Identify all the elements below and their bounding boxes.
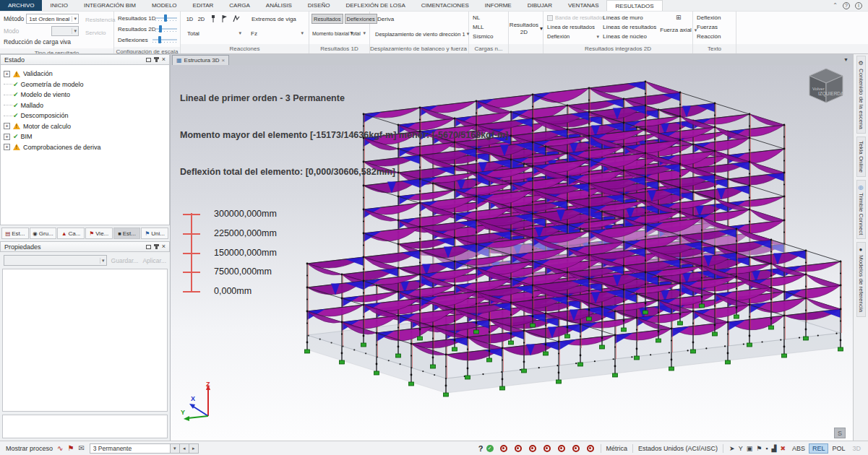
reacciones-deform-icon[interactable]	[231, 14, 241, 24]
expander-icon[interactable]	[4, 134, 10, 140]
units-label[interactable]: Métrica	[604, 445, 630, 452]
menu-tab-analisis[interactable]: ANÁLISIS	[258, 0, 300, 11]
momento-biaxial-select[interactable]: Momento biaxial▾	[311, 28, 348, 38]
menu-tab-carga[interactable]: CARGA	[221, 0, 257, 11]
fuerza-axial-select[interactable]: Fuerza axial▾	[660, 25, 697, 35]
menu-tab-cimentaciones[interactable]: CIMENTACIONES	[413, 0, 477, 11]
menu-tab-dibujar[interactable]: DIBUJAR	[520, 0, 560, 11]
res1d-total-select[interactable]: Total▾	[349, 28, 368, 38]
texto-fuerzas-item[interactable]: Fuerzas	[697, 22, 733, 32]
point-tool-icon[interactable]: ▪	[765, 445, 768, 452]
next-loadcase-button[interactable]: ▸	[189, 443, 199, 454]
vtab-contenido-escena[interactable]: ⚙Contenido de la escena	[856, 56, 866, 134]
menu-tab-editar[interactable]: EDITAR	[185, 0, 222, 11]
menu-tab-diseno[interactable]: DISEÑO	[300, 0, 338, 11]
mll-button[interactable]: MLL	[473, 22, 505, 32]
tree-item-descomposicion[interactable]: ✔Descomposición	[4, 110, 166, 121]
menu-tab-ventanas[interactable]: VENTANAS	[560, 0, 607, 11]
window-tool-icon[interactable]: ▣	[747, 445, 753, 452]
message-icon[interactable]: ✉	[78, 444, 84, 452]
combo-dropdown-icon[interactable]: ▾	[171, 443, 180, 454]
status-error-icon[interactable]	[529, 445, 536, 452]
tab-estado[interactable]: ■Est...	[113, 228, 141, 239]
restore-panel-icon[interactable]	[146, 58, 151, 62]
reacciones-total-select[interactable]: Total▾	[184, 28, 244, 38]
texto-reaccion-item[interactable]: Reacción	[697, 32, 733, 41]
process-chart-icon[interactable]: ∿	[57, 444, 63, 452]
collapse-ribbon-icon[interactable]: ⌃	[833, 2, 838, 9]
escala-deflexiones-slider[interactable]	[152, 35, 177, 44]
abs-mode-button[interactable]: ABS	[788, 443, 809, 454]
tree-item-mallado[interactable]: ✔Mallado	[4, 100, 166, 111]
building-tool-icon[interactable]: ▟	[771, 445, 776, 452]
status-error-icon[interactable]	[543, 445, 551, 452]
info-icon[interactable]: i	[855, 2, 862, 9]
nl-button[interactable]: NL	[473, 13, 505, 22]
deriva-button[interactable]: Deriva	[374, 14, 398, 24]
reduccion-carga-viva-label[interactable]: Reducción de carga viva	[4, 38, 71, 46]
vtab-tekla-online[interactable]: Tekla Online	[856, 136, 866, 177]
tab-estructura[interactable]: ▤Est...	[1, 228, 29, 239]
extremos-de-viga-button[interactable]: Extremos de viga	[248, 14, 300, 24]
status-error-icon[interactable]	[587, 445, 594, 452]
prev-loadcase-button[interactable]: ◂	[180, 443, 189, 454]
tree-item-geometria[interactable]: ✔Geometría de modelo	[4, 79, 166, 90]
tab-vientos[interactable]: ⚑Vie...	[85, 228, 113, 239]
select-tool-icon[interactable]: ➤	[729, 445, 735, 452]
menu-tab-informe[interactable]: INFORME	[477, 0, 520, 11]
status-error-icon[interactable]	[558, 445, 565, 452]
tree-item-validacion[interactable]: Validación	[4, 69, 166, 79]
reacciones-2d-icon[interactable]: 2D	[196, 14, 207, 24]
resultados-toggle[interactable]: Resultados	[311, 14, 343, 24]
process-flag-icon[interactable]: ⚑	[67, 444, 74, 452]
pin-panel-icon[interactable]	[155, 57, 158, 62]
tree-item-bim[interactable]: ✔BIM	[4, 131, 166, 142]
tab-estructura-3d[interactable]: ▦ Estructura 3D ×	[172, 55, 229, 65]
reacciones-1d-icon[interactable]: 1D	[184, 14, 195, 24]
menu-tab-deflexion-losa[interactable]: DEFLEXIÓN DE LOSA	[338, 0, 413, 11]
node-tool-icon[interactable]: Y	[739, 445, 743, 452]
deflexion-select[interactable]: Deflexión▾	[547, 32, 599, 41]
menu-tab-integracion-bim[interactable]: INTEGRACIÓN BIM	[76, 0, 144, 11]
loadcase-combo[interactable]: 3 Permanente ▾ ◂ ▸	[90, 443, 199, 454]
menu-tab-resultados[interactable]: RESULTADOS	[606, 0, 662, 11]
design-code-label[interactable]: Estados Unidos (ACI/AISC)	[636, 445, 720, 452]
status-error-icon[interactable]	[572, 445, 580, 452]
pin-panel-icon[interactable]	[155, 244, 158, 249]
reacciones-pin-icon[interactable]	[207, 14, 218, 24]
lineas-nucleo-item[interactable]: Líneas de núcleo	[603, 32, 656, 41]
tab-cargas[interactable]: ▲Ca...	[57, 228, 85, 239]
close-panel-icon[interactable]: ×	[162, 244, 166, 249]
viewport-canvas[interactable]: Lineal de primer orden - 3 Permanente Mo…	[171, 65, 853, 441]
tree-item-motor-calculo[interactable]: Motor de calculo	[4, 121, 166, 132]
process-log-box[interactable]	[2, 415, 168, 438]
reacciones-flag-icon[interactable]	[219, 14, 230, 24]
vtab-modelos-referencia[interactable]: ●Modelos de referencia	[856, 242, 866, 316]
lineas-resultados-item[interactable]: Líneas de resultados	[603, 22, 656, 32]
texto-deflexion-item[interactable]: Deflexión	[697, 13, 733, 22]
delete-tool-icon[interactable]: ✖	[780, 445, 786, 452]
menu-tab-inicio[interactable]: INICIO	[42, 0, 75, 11]
status-error-icon[interactable]	[515, 445, 522, 452]
menu-tab-archivo[interactable]: ARCHIVO	[0, 0, 42, 11]
linea-resultados-item[interactable]: Línea de resultados	[547, 22, 599, 32]
expander-icon[interactable]	[4, 123, 10, 129]
menu-tab-modelo[interactable]: MODELO	[144, 0, 185, 11]
status-error-icon[interactable]	[500, 445, 507, 452]
restore-panel-icon[interactable]	[146, 245, 151, 249]
tree-item-comprobaciones-deriva[interactable]: Comprobaciones de deriva	[4, 142, 166, 153]
fz-select[interactable]: Fz▾	[248, 28, 306, 38]
viento-direccion-select[interactable]: Desplazamiento de viento dirección 1▾	[374, 29, 465, 39]
tab-list-chevron-icon[interactable]: ▼	[843, 57, 848, 62]
close-tab-icon[interactable]: ×	[221, 57, 225, 64]
resultados-2d-button[interactable]: Resultados 2D ▾	[506, 20, 546, 38]
tree-item-modelo-viento[interactable]: ✔Modelo de viento	[4, 90, 166, 100]
expander-icon[interactable]	[4, 71, 10, 77]
rel-mode-button[interactable]: REL	[809, 443, 829, 454]
snap-button[interactable]: S	[834, 428, 846, 438]
escala-resultados-1d-slider[interactable]	[155, 14, 177, 22]
lineas-muro-item[interactable]: Líneas de muro	[603, 13, 656, 22]
help-icon[interactable]: ?	[843, 2, 850, 9]
tab-uniones[interactable]: ⚑Uni...	[141, 228, 168, 239]
tab-grupos[interactable]: ◉Gru...	[30, 228, 57, 239]
